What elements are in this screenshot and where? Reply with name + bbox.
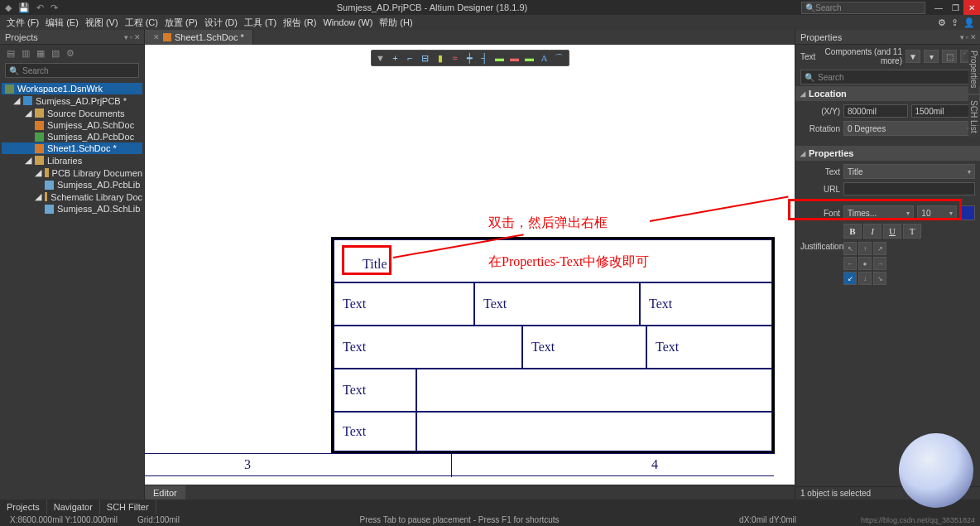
just-tc[interactable]: ↑	[858, 242, 872, 255]
minimize-button[interactable]: —	[930, 0, 947, 15]
menu-project[interactable]: 工程 (C)	[123, 17, 160, 29]
tool-icon[interactable]: ▬	[524, 52, 536, 64]
cell-text[interactable]: Text	[646, 326, 772, 369]
just-br[interactable]: ↘	[873, 272, 886, 285]
cell-text[interactable]: Text	[334, 369, 416, 412]
section-properties[interactable]: Properties	[795, 146, 980, 161]
titlebar-left-icons: ◆ 💾 ↶ ↷	[0, 2, 63, 13]
projects-search[interactable]: 🔍Search	[5, 63, 139, 78]
underline-button[interactable]: U	[883, 224, 901, 239]
prop-y[interactable]: 1500mil	[911, 104, 976, 118]
side-tab-properties[interactable]: Properties	[968, 46, 979, 94]
menu-help[interactable]: 帮助 (H)	[377, 17, 414, 29]
tree-schlib-folder[interactable]: ◢Schematic Library Doc	[2, 191, 142, 203]
tree-schdoc[interactable]: Sumjess_AD.SchDoc	[2, 119, 142, 131]
tree-workspace[interactable]: Workspace1.DsnWrk	[2, 83, 142, 94]
just-mr[interactable]: →	[873, 257, 886, 270]
menu-window[interactable]: Window (W)	[321, 17, 374, 27]
tool-icon[interactable]: ▬	[494, 52, 506, 64]
just-tl[interactable]: ↖	[843, 242, 857, 255]
just-tr[interactable]: ↗	[873, 242, 886, 255]
cell-text[interactable]: Text	[640, 282, 772, 326]
title-text[interactable]: Title	[354, 252, 396, 277]
tool-icon[interactable]: ▬	[509, 52, 521, 64]
filter-icon[interactable]: ▼	[375, 52, 387, 64]
bold-button[interactable]: B	[843, 224, 862, 239]
menu-view[interactable]: 视图 (V)	[84, 17, 120, 29]
tool-icon[interactable]: ≈	[449, 52, 461, 64]
strike-button[interactable]: T	[903, 224, 921, 239]
prop-text-select[interactable]: Title	[843, 164, 975, 179]
cell-empty[interactable]	[416, 369, 772, 412]
cell-text[interactable]: Text	[522, 326, 646, 369]
cell-empty[interactable]	[416, 412, 772, 451]
tool-icon[interactable]: ┤	[479, 52, 491, 64]
cell-text[interactable]: Text	[474, 282, 640, 326]
filter-mode-icon[interactable]: ⬚	[942, 50, 957, 63]
just-bl[interactable]: ↙	[843, 272, 857, 285]
window-title: Sumjess_AD.PrjPCB - Altium Designer (18.…	[63, 2, 801, 12]
doc-tab-sheet1[interactable]: ✕ Sheet1.SchDoc *	[145, 30, 253, 45]
tab-editor[interactable]: Editor	[145, 485, 185, 499]
tool-icon[interactable]: ⊟	[420, 52, 431, 64]
italic-button[interactable]: I	[863, 224, 882, 239]
tree-source-docs[interactable]: ◢Source Documents	[2, 107, 142, 119]
toolbar-icon[interactable]: ▤	[7, 48, 15, 59]
side-tab-schlist[interactable]: SCH List	[968, 95, 979, 138]
close-button[interactable]: ✕	[963, 0, 980, 15]
tree-pcbdoc[interactable]: Sumjess_AD.PcbDoc	[2, 131, 142, 142]
just-ml[interactable]: ←	[843, 257, 857, 270]
menu-edit[interactable]: 编辑 (E)	[44, 17, 80, 29]
titlebar-search[interactable]: 🔍Search	[801, 2, 925, 14]
tool-icon[interactable]: ⌐	[405, 52, 416, 64]
cell-text[interactable]: Text	[334, 412, 416, 451]
text-tool-icon[interactable]: A	[539, 52, 550, 64]
menu-tools[interactable]: 工具 (T)	[243, 17, 278, 29]
tool-icon[interactable]: +	[390, 52, 401, 64]
prop-font-name[interactable]: Times...	[843, 205, 914, 220]
tree-project[interactable]: ◢Sumjess_AD.PrjPCB *	[2, 94, 142, 107]
tree-sheet1[interactable]: Sheet1.SchDoc *	[2, 142, 142, 154]
properties-search[interactable]: 🔍Search	[800, 70, 975, 84]
tree-schlib[interactable]: Sumjess_AD.SchLib	[2, 203, 142, 215]
prop-x[interactable]: 8000mil	[843, 104, 908, 118]
tree-pcblib-folder[interactable]: ◢PCB Library Documen	[2, 166, 142, 179]
menu-reports[interactable]: 报告 (R)	[281, 17, 318, 29]
save-icon[interactable]: 💾	[18, 2, 30, 13]
menu-place[interactable]: 放置 (P)	[163, 17, 199, 29]
menu-file[interactable]: 文件 (F)	[5, 17, 41, 29]
tree-pcblib[interactable]: Sumjess_AD.PcbLib	[2, 179, 142, 191]
tool-icon[interactable]: ┿	[464, 52, 476, 64]
prop-font-color[interactable]	[960, 205, 975, 220]
toolbar-icon[interactable]: ▧	[51, 48, 60, 59]
schematic-canvas[interactable]: ▼ + ⌐ ⊟ ▮ ≈ ┿ ┤ ▬ ▬ ▬ A ⌒ Title	[145, 45, 795, 485]
tool-icon[interactable]: ▮	[435, 52, 446, 64]
toolbar-icon[interactable]: ▦	[36, 48, 45, 59]
filter-funnel-icon[interactable]: ▼	[906, 50, 920, 63]
tab-schfilter[interactable]: SCH Filter	[100, 499, 156, 514]
just-mc[interactable]: ●	[858, 257, 872, 270]
prop-rotation[interactable]: 0 Degrees	[843, 121, 975, 136]
tree-libraries[interactable]: ◢Libraries	[2, 154, 142, 166]
just-bc[interactable]: ↓	[858, 272, 872, 285]
tab-projects[interactable]: Projects	[0, 499, 47, 514]
undo-icon[interactable]: ↶	[36, 2, 44, 13]
user-icon[interactable]: 👤	[963, 17, 975, 28]
toolbar-icon[interactable]: ▥	[22, 48, 30, 59]
maximize-button[interactable]: ❐	[947, 0, 963, 15]
section-location[interactable]: Location	[795, 86, 980, 101]
tab-navigator[interactable]: Navigator	[47, 499, 100, 514]
filter-drop-icon[interactable]: ▾	[924, 50, 939, 63]
close-tab-icon[interactable]: ✕	[153, 33, 160, 41]
share-icon[interactable]: ⇪	[951, 17, 958, 28]
cell-text[interactable]: Text	[334, 326, 522, 369]
cell-text[interactable]: Text	[334, 282, 474, 326]
tool-icon[interactable]: ⌒	[554, 52, 565, 64]
titlebar: ◆ 💾 ↶ ↷ Sumjess_AD.PrjPCB - Altium Desig…	[0, 0, 980, 15]
redo-icon[interactable]: ↷	[50, 2, 58, 13]
gear-icon[interactable]: ⚙	[938, 17, 946, 28]
prop-url[interactable]	[843, 182, 975, 195]
menu-design[interactable]: 设计 (D)	[203, 17, 239, 29]
toolbar-icon[interactable]: ⚙	[66, 48, 74, 59]
prop-font-size[interactable]: 10	[917, 205, 957, 220]
